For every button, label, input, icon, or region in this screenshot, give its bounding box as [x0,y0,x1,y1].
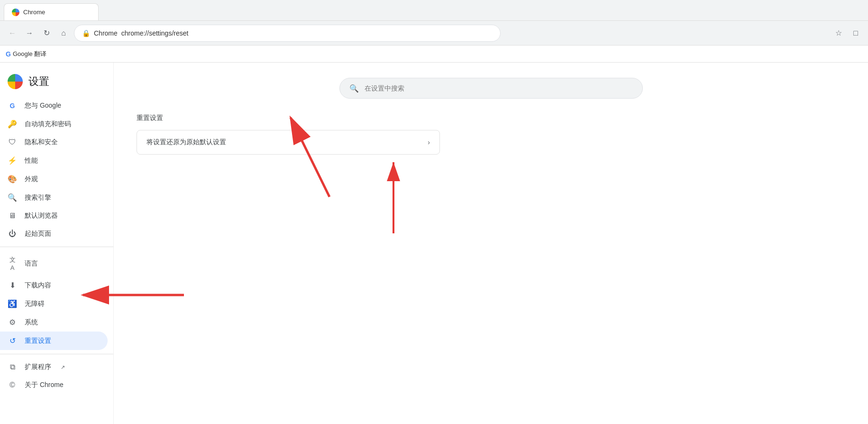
appearance-icon: 🎨 [8,175,17,184]
search-input[interactable] [365,84,633,92]
key-icon: 🔑 [8,120,17,129]
sidebar-item-label-appearance: 外观 [25,175,38,184]
reset-icon: ↺ [8,336,17,345]
language-icon: 文A [8,256,17,271]
nav-right-buttons: ☆ □ [832,27,862,40]
external-link-icon: ↗ [61,364,65,370]
sidebar-item-downloads[interactable]: ⬇ 下载内容 [0,276,108,295]
toolbar-bar: G Google 翻译 [0,46,868,63]
sidebar-item-label-downloads: 下载内容 [25,281,51,290]
sidebar: 设置 G 您与 Google 🔑 自动填充和密码 🛡 隐私和安全 ⚡ 性能 🎨 [0,63,114,424]
shield-privacy-icon: 🛡 [8,138,17,147]
bookmark-button[interactable]: ☆ [832,27,845,40]
sidebar-item-reset[interactable]: ↺ 重置设置 [0,332,108,350]
sidebar-item-label-google: 您与 Google [25,101,61,110]
reset-settings-card[interactable]: 将设置还原为原始默认设置 › [137,130,440,155]
extensions-button[interactable]: □ [849,27,862,40]
google-translate-button[interactable]: G Google 翻译 [6,50,46,58]
content-area: 设置 G 您与 Google 🔑 自动填充和密码 🛡 隐私和安全 ⚡ 性能 🎨 [0,63,868,424]
search-bar[interactable]: 🔍 [339,78,643,99]
google-translate-label: Google 翻译 [13,50,47,58]
sidebar-item-performance[interactable]: ⚡ 性能 [0,151,108,170]
sidebar-item-language[interactable]: 文A 语言 [0,251,108,276]
sidebar-item-startup[interactable]: ⏻ 起始页面 [0,225,108,243]
address-bar[interactable]: 🔒 Chrome chrome://settings/reset [74,25,501,42]
browser-frame: Chrome ← → ↻ ⌂ 🔒 Chrome chrome://setting… [0,0,868,424]
sidebar-item-label-about: 关于 Chrome [25,381,64,389]
back-button[interactable]: ← [6,27,19,40]
sidebar-item-about[interactable]: © 关于 Chrome [0,376,108,394]
search-sidebar-icon: 🔍 [8,193,17,202]
sidebar-item-label-language: 语言 [25,259,38,268]
sidebar-item-label-search: 搜索引擎 [25,194,51,202]
extensions-sidebar-icon: ⧉ [8,363,17,371]
sidebar-divider-2 [0,354,113,354]
system-icon: ⚙ [8,318,17,327]
search-bar-wrapper: 🔍 [137,78,845,99]
sidebar-item-label-accessibility: 无障碍 [25,300,45,308]
sidebar-item-label-performance: 性能 [25,157,38,165]
sidebar-item-accessibility[interactable]: ♿ 无障碍 [0,295,108,313]
settings-header: 设置 [0,70,113,97]
address-url: chrome://settings/reset [121,29,189,37]
google-g-logo: G [6,50,11,58]
sidebar-item-label-privacy: 隐私和安全 [25,138,58,147]
sidebar-item-label-startup: 起始页面 [25,230,51,238]
sidebar-item-autofill[interactable]: 🔑 自动填充和密码 [0,115,108,133]
settings-chrome-icon [8,74,23,89]
browser-icon: 🖥 [8,212,17,220]
sidebar-item-label-system: 系统 [25,318,38,327]
reload-button[interactable]: ↻ [40,27,53,40]
home-button[interactable]: ⌂ [57,27,70,40]
sidebar-item-google[interactable]: G 您与 Google [0,97,108,115]
google-icon: G [8,102,17,110]
about-icon: © [8,381,17,389]
main-content: 🔍 重置设置 将设置还原为原始默认设置 › [114,63,868,424]
forward-button[interactable]: → [23,27,36,40]
sidebar-item-appearance[interactable]: 🎨 外观 [0,170,108,188]
sidebar-divider-1 [0,247,113,247]
shield-icon: 🔒 [82,29,90,37]
settings-title: 设置 [28,74,49,89]
sidebar-item-default-browser[interactable]: 🖥 默认浏览器 [0,207,108,225]
browser-tab[interactable]: Chrome [4,3,99,20]
startup-icon: ⏻ [8,230,17,238]
sidebar-item-label-autofill: 自动填充和密码 [25,120,71,129]
tab-favicon-icon [12,9,19,16]
nav-bar: ← → ↻ ⌂ 🔒 Chrome chrome://settings/reset… [0,21,868,46]
sidebar-item-label-default-browser: 默认浏览器 [25,212,58,220]
accessibility-icon: ♿ [8,299,17,308]
sidebar-item-extensions[interactable]: ⧉ 扩展程序 ↗ [0,358,108,376]
section-title: 重置设置 [137,114,845,122]
address-brand: Chrome [94,29,118,37]
search-icon: 🔍 [349,84,359,93]
sidebar-item-label-reset: 重置设置 [25,337,51,345]
sidebar-item-privacy[interactable]: 🛡 隐私和安全 [0,133,108,151]
reset-option-label: 将设置还原为原始默认设置 [146,138,226,147]
tab-label: Chrome [23,9,45,16]
performance-icon: ⚡ [8,156,17,165]
download-icon: ⬇ [8,281,17,290]
sidebar-item-search[interactable]: 🔍 搜索引擎 [0,188,108,207]
tab-bar: Chrome [0,0,868,21]
sidebar-item-system[interactable]: ⚙ 系统 [0,313,108,332]
chevron-right-icon: › [428,138,430,146]
sidebar-item-label-extensions: 扩展程序 [25,363,51,371]
